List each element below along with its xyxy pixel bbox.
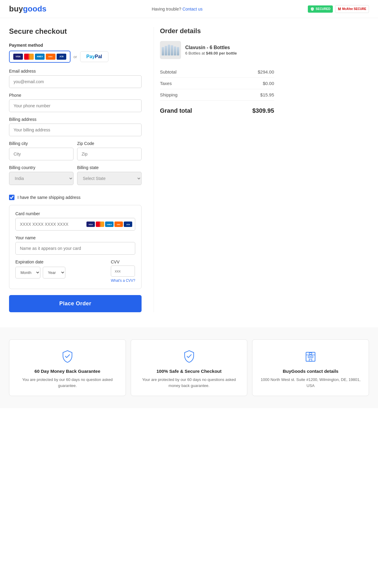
svg-rect-1 — [308, 356, 310, 358]
billing-state-select[interactable]: Select State — [77, 172, 142, 185]
same-address-checkbox[interactable] — [9, 195, 14, 200]
product-bottles — [161, 43, 180, 57]
product-info: Clavusin - 6 Bottles 6 Bottles at $49.00… — [185, 45, 237, 55]
secure-badge: SECURED — [308, 5, 333, 13]
footer-card-3: BuyGoods contact details 1000 North West… — [252, 339, 369, 396]
logo: buygoods — [9, 4, 46, 14]
billing-city-input[interactable] — [9, 148, 73, 160]
cvv-input[interactable] — [111, 266, 135, 277]
header-trouble: Having trouble? Contact us — [152, 7, 203, 11]
subtotal-value: $294.00 — [258, 69, 274, 74]
svg-rect-5 — [309, 353, 312, 354]
card-inline-discover: DISC — [114, 222, 123, 227]
contact-icon — [303, 349, 318, 364]
cvv-label: CVV — [111, 259, 135, 264]
contact-link[interactable]: Contact us — [183, 7, 203, 11]
mcafee-badge: M McAfee SECURE — [335, 5, 369, 13]
grand-total-label: Grand total — [160, 107, 192, 114]
payment-method-row: VISA AMEX DISC JCB or PayPal — [9, 51, 142, 63]
product-name: Clavusin - 6 Bottles — [185, 45, 237, 50]
billing-state-label: Billing state — [77, 165, 142, 170]
card-inline-amex: AMEX — [105, 222, 114, 227]
card-payment-option[interactable]: VISA AMEX DISC JCB — [9, 51, 70, 63]
amex-icon: AMEX — [35, 54, 45, 60]
money-back-icon — [60, 349, 75, 364]
taxes-row: Taxes $0.00 — [160, 78, 274, 89]
product-price: $49.00 per bottle — [206, 51, 237, 55]
billing-address-label: Billing address — [9, 117, 142, 122]
shipping-value: $15.95 — [260, 92, 274, 97]
paypal-option[interactable]: PayPal — [80, 51, 108, 62]
card-icons-inline: VISA AMEX DISC JCB — [86, 222, 132, 227]
jcb-icon: JCB — [57, 54, 66, 60]
taxes-value: $0.00 — [263, 81, 274, 86]
footer-cards: 60 Day Money Back Guarantee You are prot… — [0, 327, 378, 408]
payment-method-label: Payment method — [9, 43, 142, 48]
card-section: Card number VISA AMEX DISC JCB Your name — [9, 205, 142, 289]
page-title: Secure checkout — [9, 27, 142, 36]
billing-country-label: Billing country — [9, 165, 73, 170]
footer-card-2-desc: Your are protected by our 60 days no que… — [137, 377, 241, 388]
city-zip-row: Billing city Zip Code — [9, 141, 142, 165]
card-number-wrapper: VISA AMEX DISC JCB — [15, 218, 135, 231]
expiry-group: Expiration date Month 01020304 05060708 … — [15, 259, 106, 278]
footer-card-1: 60 Day Money Back Guarantee You are prot… — [9, 339, 126, 396]
year-select[interactable]: Year 20242025202620272028 — [43, 267, 65, 278]
card-inline-visa: VISA — [86, 222, 95, 227]
bottle-4 — [171, 45, 173, 55]
checkbox-label[interactable]: I have the same shipping address — [17, 195, 80, 200]
right-column: Order details Clavusin - 6 Bottles 6 Bot… — [154, 27, 274, 312]
bottle-5 — [174, 46, 176, 55]
email-input[interactable] — [9, 75, 142, 88]
footer-card-3-title: BuyGoods contact details — [258, 369, 363, 374]
svg-rect-2 — [311, 356, 313, 358]
billing-country-group: Billing country India United States Unit… — [9, 165, 73, 185]
shipping-row: Shipping $15.95 — [160, 89, 274, 101]
svg-rect-0 — [306, 352, 315, 361]
paypal-icon: PayPal — [86, 54, 102, 59]
whats-cvv-link[interactable]: What's a CVV? — [111, 278, 135, 283]
email-group: Email address — [9, 69, 142, 88]
zip-label: Zip Code — [77, 141, 142, 146]
billing-address-input[interactable] — [9, 124, 142, 136]
expiration-label: Expiration date — [15, 259, 106, 264]
cardholder-name-input[interactable] — [15, 242, 135, 255]
logo-goods: goods — [23, 4, 46, 14]
shipping-label: Shipping — [160, 92, 177, 97]
grand-total-value: $309.95 — [252, 107, 274, 114]
month-select[interactable]: Month 01020304 05060708 09101112 — [15, 267, 40, 278]
expiry-selects: Month 01020304 05060708 09101112 Year 20… — [15, 267, 106, 278]
subtotal-label: Subtotal — [160, 69, 177, 74]
card-inline-mc — [96, 222, 104, 227]
billing-city-group: Billing city — [9, 141, 73, 160]
header: buygoods Having trouble? Contact us SECU… — [0, 0, 378, 18]
product-desc: 6 Bottles at $49.00 per bottle — [185, 51, 237, 55]
taxes-label: Taxes — [160, 81, 172, 86]
cvv-group: CVV What's a CVV? — [111, 259, 135, 283]
phone-input[interactable] — [9, 99, 142, 112]
billing-state-group: Billing state Select State — [77, 165, 142, 185]
footer-card-1-title: 60 Day Money Back Guarantee — [15, 369, 120, 374]
expiry-cvv-row: Expiration date Month 01020304 05060708 … — [15, 259, 135, 283]
order-title: Order details — [160, 27, 274, 35]
shipping-address-checkbox-row: I have the same shipping address — [9, 195, 142, 200]
place-order-button[interactable]: Place Order — [9, 295, 142, 312]
footer-card-1-desc: You are protected by our 60 days no ques… — [15, 377, 120, 388]
billing-country-select[interactable]: India United States United Kingdom Canad… — [9, 172, 73, 185]
payment-method-section: Payment method VISA AMEX DISC JCB or Pay… — [9, 43, 142, 63]
subtotal-row: Subtotal $294.00 — [160, 66, 274, 78]
phone-group: Phone — [9, 93, 142, 112]
bottle-2 — [165, 46, 167, 55]
your-name-label: Your name — [15, 235, 135, 240]
country-state-row: Billing country India United States Unit… — [9, 165, 142, 190]
header-badges: SECURED M McAfee SECURE — [308, 5, 369, 13]
zip-group: Zip Code — [77, 141, 142, 160]
zip-input[interactable] — [77, 148, 142, 160]
mastercard-icon — [24, 54, 34, 60]
phone-label: Phone — [9, 93, 142, 98]
visa-icon: VISA — [13, 54, 23, 60]
product-row: Clavusin - 6 Bottles 6 Bottles at $49.00… — [160, 41, 274, 59]
billing-address-group: Billing address — [9, 117, 142, 136]
product-image — [160, 41, 181, 59]
or-text: or — [73, 55, 77, 59]
